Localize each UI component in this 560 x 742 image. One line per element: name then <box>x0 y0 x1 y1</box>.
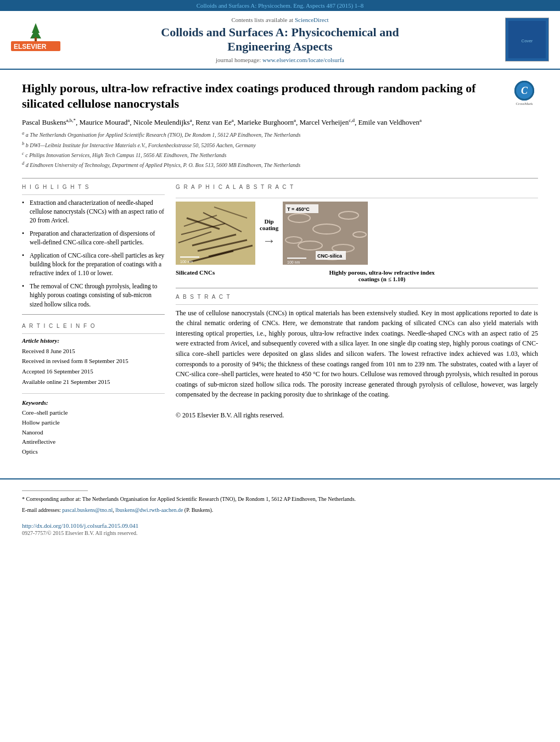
highlights-divider <box>22 194 165 195</box>
ga-caption-row: Silicated CNCs Highly porous, ultra-low … <box>176 269 538 282</box>
journal-center: Contents lists available at ScienceDirec… <box>71 16 489 63</box>
keywords-list: Core–shell particle Hollow particle Nano… <box>22 408 165 456</box>
article-info-header: A R T I C L E I N F O <box>22 323 165 329</box>
abstract-section: A B S T R A C T The use of cellulose nan… <box>176 294 538 421</box>
ga-images-row: 100 nm Dip coating → <box>176 202 538 265</box>
bottom-area: * Corresponding author at: The Netherlan… <box>0 478 560 542</box>
abstract-divider <box>176 304 538 305</box>
article-info: A R T I C L E I N F O Article history: R… <box>22 323 165 457</box>
abstract-copyright: © 2015 Elsevier B.V. All rights reserved… <box>176 411 284 419</box>
dip-coating-label: Dip coating <box>260 218 278 231</box>
crossmark-badge-container: C CrossMark <box>511 81 538 106</box>
graphical-abstract-header: G R A P H I C A L A B S T R A C T <box>176 184 538 190</box>
graphical-abstract: G R A P H I C A L A B S T R A C T <box>176 184 538 282</box>
history-label: Article history: <box>22 337 165 344</box>
sciencedirect-link[interactable]: ScienceDirect <box>295 16 329 23</box>
affil-super-cd: c,d <box>349 118 355 123</box>
right-arrow-icon: → <box>262 233 276 248</box>
abstract-text: The use of cellulose nanocrystals (CNCs)… <box>176 308 538 421</box>
affil-b: b b DWI—Leibniz Institute for Interactiv… <box>22 141 538 149</box>
svg-rect-38 <box>287 258 306 259</box>
ga-image-left: 100 nm <box>176 202 255 265</box>
doi-line: http://dx.doi.org/10.1016/j.colsurfa.201… <box>22 522 538 529</box>
svg-marker-3 <box>30 29 41 38</box>
affil-super-a3: a <box>190 118 192 123</box>
svg-text:C: C <box>521 85 528 96</box>
keyword-5: Optics <box>22 447 165 457</box>
crossmark-icon: C <box>514 81 534 101</box>
svg-text:Cover: Cover <box>522 38 533 43</box>
footnote-email: E-mail addresses: pascal.buskens@tno.nl,… <box>22 506 538 514</box>
keyword-1: Core–shell particle <box>22 408 165 418</box>
journal-cover-thumbnail: Cover <box>505 18 549 62</box>
affil-super-a5: a <box>294 118 296 123</box>
cover-svg: Cover <box>506 18 548 62</box>
crossmark-label: CrossMark <box>516 102 533 106</box>
page: Colloids and Surfaces A: Physicochem. En… <box>0 0 560 742</box>
cnc-tem-image: 100 nm <box>176 202 255 265</box>
two-column-layout: H I G H L I G H T S Extraction and chara… <box>22 184 538 457</box>
top-bar: Colloids and Surfaces A: Physicochem. En… <box>0 0 560 11</box>
ga-dip-coating-area: Dip coating → <box>260 218 278 248</box>
ga-caption-silicated: Silicated CNCs <box>176 269 215 282</box>
elsevier-logo-svg: ELSEVIER <box>11 22 60 55</box>
keyword-4: Antireflective <box>22 437 165 447</box>
svg-text:T = 450°C: T = 450°C <box>287 207 310 212</box>
journal-subtitle: journal homepage: www.elsevier.com/locat… <box>71 57 489 63</box>
copyright-line: 0927-7757/© 2015 Elsevier B.V. All right… <box>22 530 538 536</box>
affil-super-a2: a <box>127 118 130 123</box>
highlight-item-4: The removal of CNC through pyrolysis, le… <box>22 282 165 308</box>
article-title: Highly porous, ultra-low refractive inde… <box>22 81 502 112</box>
journal-cover-image: Cover <box>500 18 549 62</box>
article-area: Highly porous, ultra-low refractive inde… <box>0 70 560 468</box>
journal-header: ELSEVIER Contents lists available at Sci… <box>0 11 560 70</box>
affil-super-a: a,b,* <box>66 118 76 123</box>
homepage-url[interactable]: www.elsevier.com/locate/colsurfa <box>262 57 344 63</box>
article-info-divider <box>22 333 165 334</box>
email-link-1[interactable]: pascal.buskens@tno.nl <box>62 507 113 513</box>
footnote-rule <box>22 490 88 491</box>
ga-caption-hollow: Highly porous, ultra-low refractive inde… <box>226 269 538 282</box>
keyword-2: Hollow particle <box>22 418 165 428</box>
divider-1 <box>22 178 538 178</box>
ga-micro-image-right: T = 450°C CNC-silica 100 nm <box>283 202 368 265</box>
journal-citation: Colloids and Surfaces A: Physicochem. En… <box>197 2 364 9</box>
svg-rect-23 <box>180 256 199 258</box>
svg-rect-4 <box>35 37 37 41</box>
authors-line: Pascal Buskensa,b,*, Maurice Mourada, Ni… <box>22 118 538 127</box>
left-column: H I G H L I G H T S Extraction and chara… <box>22 184 165 457</box>
ga-caption-hollow-line1: Highly porous, ultra-low refractive inde… <box>329 269 434 276</box>
affil-d: d d Eindhoven University of Technology, … <box>22 160 538 169</box>
email-link-2[interactable]: lbuskens@dwi.rwth-aachen.de <box>115 507 183 513</box>
affil-super-a6: a <box>419 118 422 123</box>
divider-article-info <box>22 314 165 315</box>
affil-super-a4: a <box>232 118 234 123</box>
crossmark-svg: C <box>514 81 534 101</box>
highlight-item-3: Application of CNC-silica core–shell par… <box>22 251 165 277</box>
keyword-3: Nanorod <box>22 428 165 438</box>
highlights-header: H I G H L I G H T S <box>22 184 165 190</box>
right-column: G R A P H I C A L A B S T R A C T <box>176 184 538 457</box>
divider-abstract <box>176 288 538 288</box>
journal-title: Colloids and Surfaces A: Physicochemical… <box>71 25 489 54</box>
svg-text:100 nm: 100 nm <box>180 260 193 264</box>
svg-text:CNC-silica: CNC-silica <box>317 253 343 259</box>
affil-c: c c Philips Innovation Services, High Te… <box>22 150 538 159</box>
article-history: Article history: Received 8 June 2015 Re… <box>22 337 165 387</box>
hollow-silica-tem-image: T = 450°C CNC-silica 100 nm <box>283 202 368 265</box>
received-date: Received 8 June 2015 Received in revised… <box>22 346 165 387</box>
highlights-list: Extraction and characterization of needl… <box>22 198 165 309</box>
ga-caption-hollow-line2: coatings (n ≤ 1.10) <box>359 276 405 282</box>
contents-line: Contents lists available at ScienceDirec… <box>71 16 489 23</box>
elsevier-logo: ELSEVIER <box>11 22 60 57</box>
footnote-star: * Corresponding author at: The Netherlan… <box>22 495 538 503</box>
ga-divider <box>176 198 538 198</box>
svg-text:ELSEVIER: ELSEVIER <box>14 43 47 51</box>
affil-a: a a The Netherlands Organisation for App… <box>22 130 538 139</box>
highlight-item-1: Extraction and characterization of needl… <box>22 198 165 225</box>
ga-image-right: T = 450°C CNC-silica 100 nm <box>283 202 368 265</box>
affiliations: a a The Netherlands Organisation for App… <box>22 130 538 169</box>
article-title-row: Highly porous, ultra-low refractive inde… <box>22 81 538 112</box>
highlight-item-2: Preparation and characterization of disp… <box>22 229 165 247</box>
doi-link[interactable]: http://dx.doi.org/10.1016/j.colsurfa.201… <box>22 522 138 529</box>
